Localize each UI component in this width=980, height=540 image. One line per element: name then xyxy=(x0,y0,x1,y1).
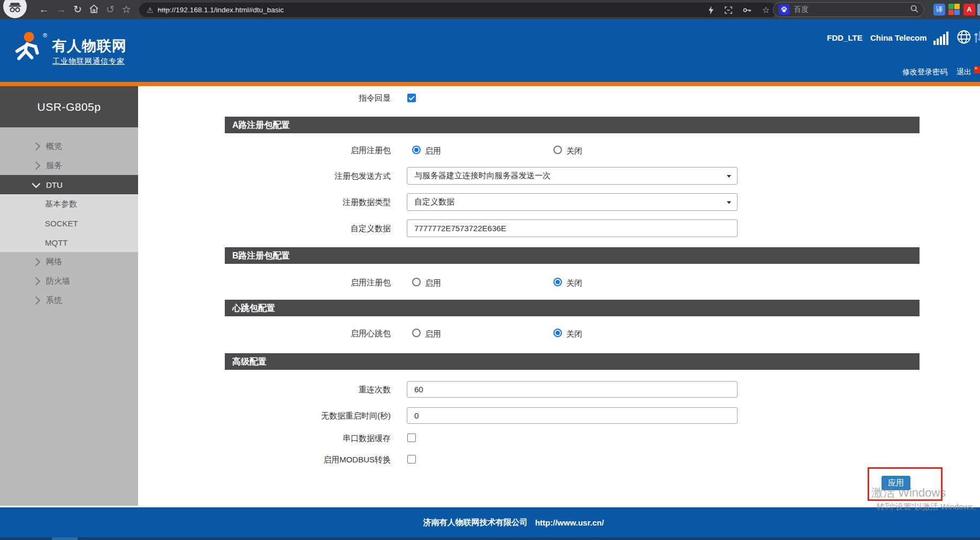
annotation-red-box xyxy=(868,467,943,501)
chevron-down-icon xyxy=(727,201,731,204)
forward-icon[interactable]: → xyxy=(54,2,69,17)
sidebar-item-label: 系统 xyxy=(46,295,62,306)
network-mode: FDD_LTE xyxy=(827,33,862,42)
logout-link[interactable]: 退出 xyxy=(956,67,971,77)
enable-heartbeat-on-radio[interactable] xyxy=(412,329,421,337)
url-scheme: http xyxy=(158,6,170,14)
grid-tile xyxy=(948,10,954,15)
footer-company: 济南有人物联网技术有限公司 xyxy=(423,518,528,528)
nodata-restart-input[interactable] xyxy=(407,407,738,424)
sidebar-subitem-label: SOCKET xyxy=(45,219,78,228)
flag-icon: ★ xyxy=(974,66,980,73)
url-text[interactable]: http://192.168.1.1/index.html#dtu_basic xyxy=(158,6,284,14)
enable-reg-b-off-label: 关闭 xyxy=(566,278,582,288)
reconnect-label: 重连次数 xyxy=(214,385,391,394)
sidebar-item-network[interactable]: 网络 xyxy=(0,252,138,271)
sidebar: USR-G805p 概览 服务 DTU 基本参数 SOCKET xyxy=(0,86,138,506)
sidebar-subitem-mqtt[interactable]: MQTT xyxy=(0,233,138,252)
updown-arrows-icon xyxy=(973,30,980,46)
enable-reg-a-off-radio[interactable] xyxy=(553,146,562,154)
section-heartbeat-header: 心跳包配置 xyxy=(225,300,920,316)
carrier-name: China Telecom xyxy=(870,33,927,42)
windows-watermark-line2: 转到“设置”以激活 Windows。 xyxy=(877,502,980,512)
bookmark-star-icon[interactable]: ☆ xyxy=(762,3,770,17)
bottom-strip-segment xyxy=(52,537,78,540)
chevron-right-icon xyxy=(32,257,41,266)
sidebar-subitem-basic-params[interactable]: 基本参数 xyxy=(0,194,138,214)
chevron-right-icon xyxy=(32,142,41,150)
data-type-select[interactable]: 自定义数据 xyxy=(407,193,738,211)
enable-reg-b-label: 启用注册包 xyxy=(214,278,391,287)
star-nav-icon[interactable]: ☆ xyxy=(119,2,134,17)
sidebar-item-label: 服务 xyxy=(46,161,62,171)
sidebar-item-overview[interactable]: 概览 xyxy=(0,136,138,156)
send-mode-label: 注册包发送方式 xyxy=(214,171,391,181)
send-mode-select[interactable]: 与服务器建立连接时向服务器发送一次 xyxy=(407,167,738,185)
enable-reg-a-off-label: 关闭 xyxy=(566,146,582,156)
custom-data-input[interactable] xyxy=(407,219,738,237)
pdf-extension-icon[interactable]: A xyxy=(963,4,975,16)
data-type-value: 自定义数据 xyxy=(414,197,454,207)
address-bar[interactable]: ⚠ http://192.168.1.1/index.html#dtu_basi… xyxy=(139,3,777,17)
brand-name: 有人物联网 xyxy=(52,36,127,56)
baidu-icon xyxy=(779,4,789,15)
enable-heartbeat-off-radio[interactable] xyxy=(553,329,562,337)
lightning-icon[interactable] xyxy=(708,6,714,14)
not-secure-warning-icon: ⚠ xyxy=(147,6,154,14)
sidebar-item-system[interactable]: 系统 xyxy=(0,291,138,310)
search-engine-label[interactable]: 百度 xyxy=(794,5,906,14)
brand-tagline: 工业物联网通信专家 xyxy=(52,57,125,66)
data-type-label: 注册数据类型 xyxy=(214,197,391,207)
enable-reg-b-off-radio[interactable] xyxy=(553,278,562,286)
enable-reg-a-on-radio[interactable] xyxy=(412,146,421,154)
partial-extension-icon[interactable] xyxy=(977,4,980,16)
custom-data-label: 自定义数据 xyxy=(214,224,391,233)
screen: ← → ↻ ↺ ☆ ⚠ http://192.168.1.1/index.htm… xyxy=(0,0,980,540)
capture-icon[interactable] xyxy=(725,6,732,14)
undo-icon[interactable]: ↺ xyxy=(103,2,118,17)
incognito-icon[interactable] xyxy=(3,0,27,18)
chevron-right-icon xyxy=(32,277,41,285)
page-footer: 济南有人物联网技术有限公司 http://www.usr.cn/ xyxy=(0,507,980,537)
reload-icon[interactable]: ↻ xyxy=(70,2,85,17)
sidebar-subitem-label: 基本参数 xyxy=(45,199,77,209)
grid-tile xyxy=(954,4,960,9)
sidebar-item-firewall[interactable]: 防火墙 xyxy=(0,271,138,291)
footer-website-link[interactable]: http://www.usr.cn/ xyxy=(535,518,604,527)
translate-extension-icon[interactable]: 译 xyxy=(933,4,945,16)
reconnect-input[interactable] xyxy=(407,381,738,398)
search-icon[interactable] xyxy=(910,4,918,15)
key-icon[interactable] xyxy=(743,7,751,13)
enable-heartbeat-on-label: 启用 xyxy=(425,329,441,339)
modbus-checkbox[interactable] xyxy=(407,455,416,463)
modbus-label: 启用MODBUS转换 xyxy=(214,455,391,465)
chevron-down-icon xyxy=(32,179,41,188)
send-mode-value: 与服务器建立连接时向服务器发送一次 xyxy=(414,171,551,181)
url-rest: ://192.168.1.1/index.html#dtu_basic xyxy=(170,6,284,14)
dtu-submenu: 基本参数 SOCKET MQTT xyxy=(0,194,138,252)
side-search-box[interactable]: 百度 xyxy=(773,2,924,17)
echo-checkbox[interactable] xyxy=(407,94,416,102)
back-icon[interactable]: ← xyxy=(36,2,51,17)
enable-reg-b-on-label: 启用 xyxy=(425,278,441,288)
grid-tile xyxy=(948,4,954,9)
sidebar-item-dtu[interactable]: DTU xyxy=(0,175,138,194)
section-advanced-header: 高级配置 xyxy=(225,353,920,370)
home-icon[interactable] xyxy=(86,3,101,18)
sidebar-subitem-label: MQTT xyxy=(45,238,68,247)
change-password-link[interactable]: 修改登录密码 xyxy=(902,67,947,77)
sidebar-menu: 概览 服务 DTU 基本参数 SOCKET MQTT xyxy=(0,127,138,310)
site-header: ® 有人物联网 工业物联网通信专家 FDD_LTE China Telecom … xyxy=(0,19,980,82)
grid-tile xyxy=(954,10,960,15)
section-b-header: B路注册包配置 xyxy=(225,247,920,264)
sidebar-item-label: 防火墙 xyxy=(46,276,70,286)
orange-divider xyxy=(0,82,980,86)
globe-icon xyxy=(956,29,972,47)
serial-buffer-checkbox[interactable] xyxy=(407,433,416,442)
apps-grid-extension-icon[interactable] xyxy=(948,4,960,16)
sidebar-subitem-socket[interactable]: SOCKET xyxy=(0,214,138,233)
sidebar-item-services[interactable]: 服务 xyxy=(0,156,138,175)
serial-buffer-label: 串口数据缓存 xyxy=(214,433,391,443)
enable-reg-a-label: 启用注册包 xyxy=(214,146,391,155)
enable-reg-b-on-radio[interactable] xyxy=(412,278,421,286)
